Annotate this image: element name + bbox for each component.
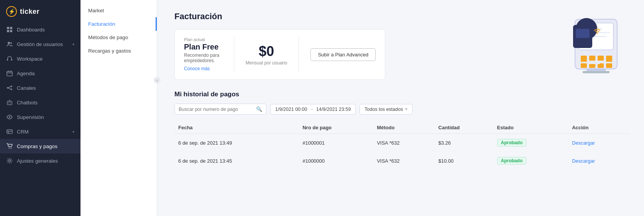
col-estado: Estado [493, 122, 568, 134]
sidebar: ⚡ ticker Dashboards Gestión de usuarios … [0, 0, 80, 216]
status-filter-select[interactable]: Todos los estados ▾ [360, 104, 412, 115]
crm-icon [6, 128, 13, 135]
svg-point-22 [9, 116, 10, 118]
grid-icon [6, 26, 13, 33]
svg-point-4 [8, 42, 10, 44]
sidebar-item-dashboards[interactable]: Dashboards [0, 22, 80, 37]
cell-cantidad-0: $3.26 [435, 134, 493, 152]
sidebar-item-workspace[interactable]: Workspace [0, 51, 80, 66]
headset-icon [6, 55, 13, 62]
svg-rect-48 [588, 61, 604, 62]
cell-estado-1: Aprobado [493, 152, 568, 170]
svg-rect-34 [581, 56, 587, 62]
sidebar-item-crm[interactable]: CRM ▾ [0, 124, 80, 139]
sidebar-item-ajustes[interactable]: Ajustes generales [0, 153, 80, 168]
svg-rect-41 [606, 63, 612, 68]
date-range-picker[interactable]: 1/9/2021 00:00 ~ 14/9/2021 23:59 [270, 104, 356, 115]
svg-point-21 [9, 100, 10, 101]
plan-price: $0 [246, 43, 288, 59]
cell-accion-1: Descargar [568, 152, 630, 170]
sub-nav-metodos-pago[interactable]: Métodos de pago [80, 31, 157, 44]
svg-rect-44 [576, 29, 590, 38]
sub-nav-facturacion-label: Facturación [88, 21, 115, 27]
cell-metodo-1: VISA *632 [373, 152, 434, 170]
sidebar-item-compras-pagos[interactable]: Compras y pagos [0, 139, 80, 153]
sidebar-item-canales-label: Canales [17, 85, 36, 91]
svg-rect-38 [581, 63, 587, 68]
plan-divider-2 [299, 37, 299, 72]
cart-icon [6, 143, 13, 150]
col-accion: Acción [568, 122, 630, 134]
svg-point-12 [7, 87, 8, 89]
sub-nav-market[interactable]: Market [80, 4, 157, 17]
svg-rect-1 [10, 27, 12, 29]
table-header-row: Fecha Nro de pago Método Cantidad Estado… [174, 122, 630, 134]
logo-icon: ⚡ [6, 6, 17, 17]
plan-price-subtitle: Mensual por usuario [246, 60, 288, 66]
svg-point-13 [11, 86, 12, 87]
cell-fecha-1: 6 de sep. de 2021 13:45 [174, 152, 299, 170]
sidebar-collapse-button[interactable]: ‹ [154, 77, 161, 84]
col-fecha: Fecha [174, 122, 299, 134]
sidebar-item-user-management[interactable]: Gestión de usuarios ▾ [0, 37, 80, 51]
plan-name: Plan Free [184, 43, 222, 51]
svg-line-16 [8, 88, 11, 89]
sidebar-item-chatbots[interactable]: Chatbots [0, 95, 80, 110]
svg-point-28 [9, 160, 11, 162]
sidebar-item-canales[interactable]: Canales [0, 81, 80, 95]
svg-point-14 [11, 89, 12, 90]
sub-nav-recargas-gastos[interactable]: Recargas y gastos [80, 44, 157, 58]
svg-point-26 [9, 148, 10, 148]
sub-nav-recargas-gastos-label: Recargas y gastos [88, 48, 131, 54]
date-end: 14/9/2021 23:59 [316, 107, 351, 112]
svg-line-15 [8, 87, 11, 88]
download-link-0[interactable]: Descargar [572, 140, 595, 146]
logo-area: ⚡ ticker [0, 0, 80, 22]
cell-accion-0: Descargar [568, 134, 630, 152]
download-link-1[interactable]: Descargar [572, 158, 595, 164]
cell-cantidad-1: $10.00 [435, 152, 493, 170]
search-input[interactable] [179, 107, 254, 112]
payment-history-title: Mi historial de pagos [174, 91, 630, 98]
sub-nav-metodos-pago-label: Métodos de pago [88, 35, 128, 40]
upgrade-plan-button[interactable]: Subir a Plan Advanced [310, 48, 376, 61]
sidebar-item-agenda[interactable]: Agenda [0, 66, 80, 81]
search-box[interactable]: 🔍 [174, 104, 266, 115]
search-icon: 🔍 [256, 106, 262, 112]
channels-icon [6, 84, 13, 91]
table-row: 6 de sep. de 2021 13:45 #1000000 VISA *6… [174, 152, 630, 170]
sidebar-nav: Dashboards Gestión de usuarios ▾ Workspa… [0, 22, 80, 216]
plan-card: Plan actual Plan Free Recomendo para emp… [174, 29, 385, 80]
svg-rect-49 [588, 63, 600, 64]
svg-point-5 [10, 42, 12, 44]
sidebar-item-supervision[interactable]: Supervisión [0, 110, 80, 124]
chevron-down-icon-status: ▾ [405, 107, 407, 112]
sub-nav-market-label: Market [88, 8, 104, 13]
svg-point-19 [10, 102, 11, 103]
svg-point-18 [8, 102, 9, 103]
sidebar-item-chatbots-label: Chatbots [17, 100, 38, 106]
plan-upgrade-wrap: Subir a Plan Advanced [310, 48, 376, 61]
svg-point-45 [596, 32, 598, 34]
col-cantidad: Cantidad [435, 122, 493, 134]
col-nro-pago: Nro de pago [299, 122, 373, 134]
svg-rect-17 [7, 101, 12, 105]
date-start: 1/9/2021 00:00 [275, 107, 307, 112]
status-badge: Aprobado [497, 139, 527, 147]
logo-text: ticker [20, 8, 39, 16]
sidebar-item-agenda-label: Agenda [17, 71, 35, 76]
svg-rect-7 [11, 59, 12, 61]
sidebar-item-dashboards-label: Dashboards [17, 27, 45, 33]
table-row: 6 de sep. de 2021 13:49 #1000001 VISA *6… [174, 134, 630, 152]
cell-nro-1: #1000000 [299, 152, 373, 170]
svg-rect-8 [7, 71, 12, 76]
plan-link[interactable]: Conoce más [184, 66, 210, 71]
sub-nav-facturacion[interactable]: Facturación [80, 17, 157, 31]
calendar-icon [6, 70, 13, 77]
cell-metodo-0: VISA *632 [373, 134, 434, 152]
svg-point-27 [11, 148, 12, 148]
cell-nro-0: #1000001 [299, 134, 373, 152]
plan-label: Plan actual [184, 37, 222, 42]
chevron-down-icon-crm: ▾ [72, 130, 74, 134]
eye-icon [6, 114, 13, 120]
